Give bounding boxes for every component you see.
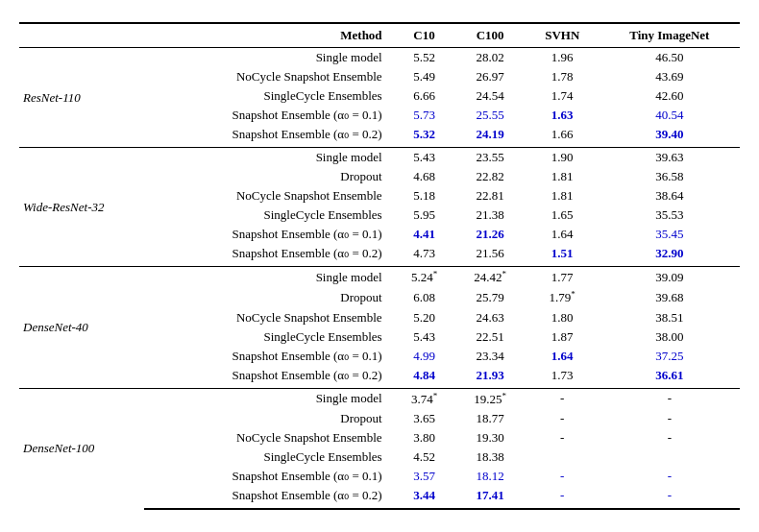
method-name: NoCycle Snapshot Ensemble <box>144 186 394 206</box>
cell-tin: 38.00 <box>600 327 740 347</box>
cell-tin <box>600 447 740 467</box>
cell-c100: 21.56 <box>454 244 525 267</box>
method-name: Dropout <box>144 287 394 307</box>
section-label: Wide-ResNet-32 <box>19 148 144 267</box>
cell-c10: 3.44 <box>394 486 455 509</box>
cell-c10: 5.24* <box>394 267 455 288</box>
cell-c10: 5.43 <box>394 148 455 168</box>
cell-tin: - <box>600 428 740 447</box>
cell-tin: 37.25 <box>600 347 740 366</box>
section-label: DenseNet-100 <box>19 388 144 509</box>
cell-c100: 17.41 <box>454 486 525 509</box>
cell-c10: 4.84 <box>394 366 455 389</box>
cell-svhn: - <box>526 428 600 447</box>
method-name: SingleCycle Ensembles <box>144 206 394 225</box>
table-row: DenseNet-100Single model3.74*19.25*-- <box>19 388 740 409</box>
cell-tin: - <box>600 486 740 509</box>
cell-tin: 39.09 <box>600 267 740 288</box>
cell-c10: 5.18 <box>394 186 455 206</box>
method-name: NoCycle Snapshot Ensemble <box>144 308 394 327</box>
cell-tin: 39.63 <box>600 148 740 168</box>
header-tin: Tiny ImageNet <box>600 23 740 48</box>
cell-c10: 5.20 <box>394 308 455 327</box>
cell-svhn: 1.73 <box>526 366 600 389</box>
cell-c100: 19.30 <box>454 428 525 447</box>
cell-c100: 24.42* <box>454 267 525 288</box>
cell-c100: 23.55 <box>454 148 525 168</box>
section-label: DenseNet-40 <box>19 267 144 389</box>
cell-svhn: 1.81 <box>526 167 600 186</box>
cell-c100: 26.97 <box>454 67 525 86</box>
cell-tin: 38.64 <box>600 186 740 206</box>
table-row: ResNet-110Single model5.5228.021.9646.50 <box>19 48 740 68</box>
table-container: Method C10 C100 SVHN Tiny ImageNet ResNe… <box>19 22 740 510</box>
table-row: DenseNet-40Single model5.24*24.42*1.7739… <box>19 267 740 288</box>
method-name: Dropout <box>144 167 394 186</box>
cell-c10: 4.52 <box>394 447 455 467</box>
cell-c100: 21.26 <box>454 225 525 244</box>
cell-svhn: 1.63 <box>526 106 600 125</box>
cell-svhn: 1.74 <box>526 86 600 106</box>
cell-tin: 38.51 <box>600 308 740 327</box>
method-name: Snapshot Ensemble (α₀ = 0.2) <box>144 486 394 509</box>
method-name: Snapshot Ensemble (α₀ = 0.2) <box>144 125 394 148</box>
cell-c100: 28.02 <box>454 48 525 68</box>
cell-c100: 22.81 <box>454 186 525 206</box>
cell-tin: 42.60 <box>600 86 740 106</box>
cell-svhn: - <box>526 409 600 428</box>
cell-c10: 4.68 <box>394 167 455 186</box>
cell-c100: 24.54 <box>454 86 525 106</box>
cell-tin: 43.69 <box>600 67 740 86</box>
cell-c100: 19.25* <box>454 388 525 409</box>
method-name: Snapshot Ensemble (α₀ = 0.2) <box>144 366 394 389</box>
method-name: Single model <box>144 388 394 409</box>
cell-c10: 5.95 <box>394 206 455 225</box>
cell-c100: 18.12 <box>454 467 525 486</box>
cell-tin: 39.40 <box>600 125 740 148</box>
cell-tin: - <box>600 409 740 428</box>
header-model <box>19 23 144 48</box>
cell-c10: 5.49 <box>394 67 455 86</box>
cell-svhn: 1.51 <box>526 244 600 267</box>
method-name: Dropout <box>144 409 394 428</box>
method-name: SingleCycle Ensembles <box>144 86 394 106</box>
cell-tin: 39.68 <box>600 287 740 307</box>
cell-c10: 4.99 <box>394 347 455 366</box>
cell-c10: 5.32 <box>394 125 455 148</box>
cell-c100: 25.55 <box>454 106 525 125</box>
cell-c10: 5.43 <box>394 327 455 347</box>
cell-svhn: 1.79* <box>526 287 600 307</box>
cell-tin: 40.54 <box>600 106 740 125</box>
cell-c100: 24.63 <box>454 308 525 327</box>
cell-c10: 3.80 <box>394 428 455 447</box>
cell-svhn: 1.64 <box>526 347 600 366</box>
cell-svhn: - <box>526 388 600 409</box>
cell-c10: 3.74* <box>394 388 455 409</box>
cell-c100: 25.79 <box>454 287 525 307</box>
cell-svhn: 1.80 <box>526 308 600 327</box>
cell-c100: 21.38 <box>454 206 525 225</box>
method-name: Single model <box>144 148 394 168</box>
cell-svhn: 1.90 <box>526 148 600 168</box>
cell-c10: 4.41 <box>394 225 455 244</box>
cell-c10: 6.66 <box>394 86 455 106</box>
method-name: Snapshot Ensemble (α₀ = 0.1) <box>144 347 394 366</box>
cell-tin: 46.50 <box>600 48 740 68</box>
method-name: SingleCycle Ensembles <box>144 327 394 347</box>
cell-c100: 22.82 <box>454 167 525 186</box>
method-name: NoCycle Snapshot Ensemble <box>144 428 394 447</box>
cell-c10: 5.73 <box>394 106 455 125</box>
cell-c100: 22.51 <box>454 327 525 347</box>
cell-tin: 36.61 <box>600 366 740 389</box>
method-name: Single model <box>144 48 394 68</box>
cell-svhn: 1.66 <box>526 125 600 148</box>
cell-c100: 24.19 <box>454 125 525 148</box>
cell-c100: 18.38 <box>454 447 525 467</box>
cell-tin: - <box>600 467 740 486</box>
header-method: Method <box>144 23 394 48</box>
header-svhn: SVHN <box>526 23 600 48</box>
method-name: Snapshot Ensemble (α₀ = 0.1) <box>144 106 394 125</box>
results-table: Method C10 C100 SVHN Tiny ImageNet ResNe… <box>19 22 740 510</box>
cell-tin: 36.58 <box>600 167 740 186</box>
cell-c100: 18.77 <box>454 409 525 428</box>
